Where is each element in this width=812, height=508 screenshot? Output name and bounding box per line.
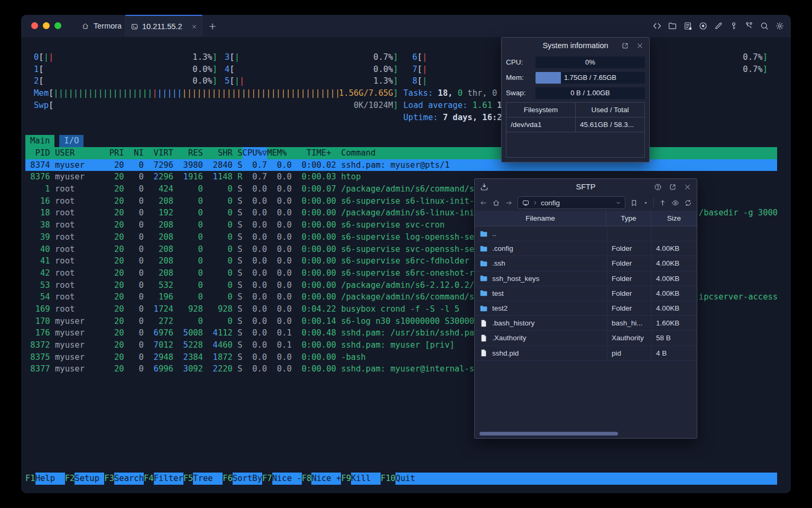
fkey-label-f10[interactable]: Quit — [395, 473, 425, 485]
file-type: Folder — [607, 271, 651, 286]
file-type: Xauthority — [607, 331, 651, 345]
file-row[interactable]: .configFolder4.00KB — [475, 241, 697, 256]
fkey-label-f7[interactable]: Nice - — [272, 473, 302, 485]
fkey-label-f1[interactable]: Help — [35, 473, 65, 485]
folder-icon[interactable] — [668, 21, 677, 31]
fkey-label-f6[interactable]: SortBy — [233, 473, 262, 485]
file-row[interactable]: sshd.pidpid4 B — [475, 346, 697, 361]
code-icon[interactable] — [652, 21, 662, 31]
help-icon[interactable] — [654, 183, 662, 191]
col-size[interactable]: Size — [651, 211, 697, 226]
fkey-bar-fill — [425, 473, 777, 485]
fkey-f6[interactable]: F6 — [223, 473, 233, 485]
download-icon[interactable] — [479, 182, 489, 192]
file-row[interactable]: testFolder4.00KB — [475, 286, 697, 301]
file-row[interactable]: .. — [475, 226, 697, 241]
close-icon[interactable] — [636, 42, 644, 50]
system-information-panel: System information CPU:0%Mem:1.75GB / 7.… — [501, 37, 650, 162]
fkey-f5[interactable]: F5 — [183, 473, 193, 485]
open-in-new-icon[interactable] — [621, 42, 629, 50]
col-header-res: RES — [173, 147, 203, 159]
tab-home[interactable]: Termora — [74, 15, 129, 37]
caret-down-icon[interactable] — [643, 200, 649, 206]
session-tab-label: 10.211.55.2 — [142, 22, 188, 31]
pencil-icon[interactable] — [714, 21, 723, 31]
fkey-f10[interactable]: F10 — [381, 473, 395, 485]
zoom-window-button[interactable] — [54, 22, 61, 29]
tab-session[interactable]: 10.211.55.2 — [125, 15, 202, 37]
branch-icon[interactable] — [744, 21, 754, 31]
current-path: config — [541, 199, 560, 207]
file-icon — [479, 334, 488, 342]
fkey-label-f5[interactable]: Tree — [193, 473, 223, 485]
file-list: ...configFolder4.00KB.sshFolder4.00KBssh… — [475, 226, 697, 361]
htop-function-bar: F1Help F2Setup F3SearchF4FilterF5Tree F6… — [25, 473, 777, 485]
back-icon[interactable] — [479, 199, 487, 207]
fkey-f3[interactable]: F3 — [104, 473, 114, 485]
folder-icon — [479, 304, 488, 313]
htop-tab-main[interactable]: Main — [25, 135, 54, 147]
new-tab-button[interactable] — [208, 22, 217, 31]
fkey-label-f2[interactable]: Setup — [75, 473, 104, 485]
filesystem-row[interactable]: /dev/vda145.61GB / 58.3... — [506, 117, 644, 132]
fkey-f8[interactable]: F8 — [302, 473, 312, 485]
sysinfo-titlebar: System information — [502, 38, 649, 53]
fkey-label-f4[interactable]: Filter — [154, 473, 183, 485]
record-icon[interactable] — [698, 21, 708, 31]
fkey-f4[interactable]: F4 — [144, 473, 154, 485]
fs-col-filesystem: Filesystem — [506, 103, 575, 117]
col-type[interactable]: Type — [606, 211, 651, 226]
path-bar[interactable]: config — [518, 196, 625, 209]
up-directory-icon[interactable] — [659, 199, 667, 207]
file-row[interactable]: .sshFolder4.00KB — [475, 256, 697, 271]
open-in-new-icon[interactable] — [669, 183, 677, 191]
chevron-down-icon[interactable] — [615, 200, 621, 206]
fkey-label-f8[interactable]: Nice + — [311, 473, 341, 485]
cpu-meter-2: 2[0.0%] — [34, 75, 217, 87]
process-table-header[interactable]: PIDUSERPRINIVIRTRESSHRSCPU%▽MEM%TIME+Com… — [25, 147, 777, 159]
sysinfo-row: Swap:0 B / 1.00GB — [506, 85, 645, 101]
file-row[interactable]: .XauthorityXauthority58 B — [475, 331, 697, 346]
memory-meter: Mem[||||||||||||||||||||||||||||||||||||… — [34, 87, 398, 99]
fkey-f1[interactable]: F1 — [25, 473, 35, 485]
home-icon — [81, 22, 89, 30]
close-icon[interactable] — [684, 183, 691, 191]
horizontal-scrollbar[interactable] — [477, 431, 695, 437]
fkey-f7[interactable]: F7 — [262, 473, 272, 485]
sysinfo-gauges: CPU:0%Mem:1.75GB / 7.65GBSwap:0 B / 1.00… — [502, 53, 649, 101]
close-tab-icon[interactable] — [191, 24, 197, 30]
process-row[interactable]: 8374myuser200729639802840S0.70.00:00.02s… — [25, 159, 777, 171]
col-filename[interactable]: Filename — [475, 211, 606, 226]
htop-screen-tabs: MainI/O — [25, 135, 84, 147]
filesystem-table: Filesystem Used / Total /dev/vda145.61GB… — [506, 102, 645, 158]
file-row[interactable]: .bash_historybash_hi...1.60KB — [475, 316, 697, 331]
notes-icon[interactable] — [683, 21, 693, 31]
home-icon[interactable] — [492, 199, 500, 207]
home-tab-label: Termora — [94, 22, 122, 30]
file-type: bash_hi... — [607, 316, 651, 330]
fkey-label-f9[interactable]: Kill — [351, 473, 381, 485]
show-hidden-icon[interactable] — [671, 199, 679, 207]
forward-icon[interactable] — [505, 199, 513, 207]
bookmark-icon[interactable] — [630, 199, 638, 207]
fkey-f9[interactable]: F9 — [341, 473, 351, 485]
htop-tab-i-o[interactable]: I/O — [59, 135, 84, 147]
fkey-label-f3[interactable]: Search — [114, 473, 144, 485]
sysinfo-gauge: 1.75GB / 7.65GB — [536, 72, 645, 84]
file-row[interactable]: test2Folder4.00KB — [475, 301, 697, 316]
minimize-window-button[interactable] — [43, 22, 50, 29]
close-window-button[interactable] — [31, 22, 38, 29]
folder-icon — [479, 230, 488, 238]
file-size: 58 B — [651, 331, 697, 345]
refresh-icon[interactable] — [684, 199, 692, 207]
file-row[interactable]: ssh_host_keysFolder4.00KB — [475, 271, 697, 286]
key-icon[interactable] — [729, 21, 739, 31]
scrollbar-thumb[interactable] — [479, 432, 618, 436]
sftp-toolbar: config — [475, 195, 697, 211]
settings-icon[interactable] — [775, 21, 785, 31]
sysinfo-row: CPU:0% — [506, 55, 645, 70]
file-icon — [479, 319, 488, 328]
folder-icon — [479, 244, 488, 253]
search-icon[interactable] — [760, 21, 769, 31]
fkey-f2[interactable]: F2 — [65, 473, 75, 485]
